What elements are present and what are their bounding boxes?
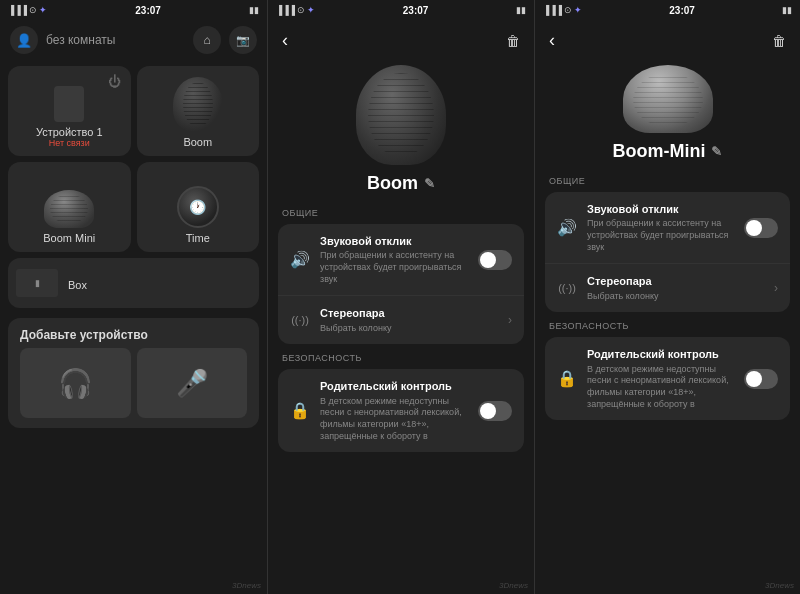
parental-toggle-3[interactable] xyxy=(744,369,778,389)
device1-label: Устройство 1 xyxy=(36,126,103,138)
parental-title-2: Родительский контроль xyxy=(320,379,468,393)
sound-icon-2: 🔊 xyxy=(290,250,310,269)
parental-toggle-2[interactable] xyxy=(478,401,512,421)
lock-icon-3: 🔒 xyxy=(557,369,577,388)
section-label-general-2: ОБЩИЕ xyxy=(268,202,534,221)
sound-feedback-text-3: Звуковой отклик При обращении к ассистен… xyxy=(587,202,734,253)
settings-card-security-2: 🔒 Родительский контроль В детском режиме… xyxy=(278,369,524,452)
boom-shape xyxy=(173,77,223,132)
add-device-images: 🎧 🎤 xyxy=(20,348,247,418)
boom-device-name: Boom ✎ xyxy=(367,173,435,194)
status-time-2: 23:07 xyxy=(403,5,429,16)
settings-row-parental-3[interactable]: 🔒 Родительский контроль В детском режиме… xyxy=(545,337,790,420)
status-left: ▐▐▐ ⊙ ✦ xyxy=(8,5,47,15)
boom-hero-shape xyxy=(356,65,446,165)
panel-boom-mini-detail: ▐▐▐ ⊙ ✦ 23:07 ▮▮ ‹ 🗑 Boom-Mini ✎ ОБЩИЕ 🔊… xyxy=(534,0,800,594)
parental-text-3: Родительский контроль В детском режиме н… xyxy=(587,347,734,410)
camera-icon[interactable]: 📷 xyxy=(229,26,257,54)
power-icon: ⏻ xyxy=(108,74,121,89)
status-right: ▮▮ xyxy=(249,5,259,15)
stereo-desc-3: Выбрать колонку xyxy=(587,291,764,303)
status-bar-2: ▐▐▐ ⊙ ✦ 23:07 ▮▮ xyxy=(268,0,534,20)
home-icon[interactable]: ⌂ xyxy=(193,26,221,54)
boom-mini-label: Boom Mini xyxy=(43,232,95,244)
chevron-icon-2: › xyxy=(508,313,512,327)
status-right-2: ▮▮ xyxy=(516,5,526,15)
status-left-2: ▐▐▐ ⊙ ✦ xyxy=(276,5,315,15)
add-device-img-2[interactable]: 🎤 xyxy=(137,348,248,418)
device-card-boom[interactable]: Boom xyxy=(137,66,260,156)
boom-mini-device-name: Boom-Mini ✎ xyxy=(613,141,723,162)
signal-icon-2: ▐▐▐ xyxy=(276,5,295,15)
boom-label: Boom xyxy=(183,136,212,148)
lock-icon-2: 🔒 xyxy=(290,401,310,420)
room-title: без комнаты xyxy=(46,33,115,47)
signal-icon-3: ▐▐▐ xyxy=(543,5,562,15)
edit-icon-2[interactable]: ✎ xyxy=(424,176,435,191)
settings-row-stereo-2[interactable]: ((·)) Стереопара Выбрать колонку › xyxy=(278,296,524,344)
sound-feedback-toggle-3[interactable] xyxy=(744,218,778,238)
parental-text-2: Родительский контроль В детском режиме н… xyxy=(320,379,468,442)
boom-mini-hero-shape xyxy=(623,65,713,133)
edit-icon-3[interactable]: ✎ xyxy=(711,144,722,159)
back-button-2[interactable]: ‹ xyxy=(282,30,288,51)
panel1-header: 👤 без комнаты ⌂ 📷 xyxy=(0,20,267,60)
sound-icon-3: 🔊 xyxy=(557,218,577,237)
status-bar-3: ▐▐▐ ⊙ ✦ 23:07 ▮▮ xyxy=(535,0,800,20)
device-grid: ⏻ Устройство 1 Нет связи Boom Boom Mini … xyxy=(0,60,267,258)
settings-card-general-2: 🔊 Звуковой отклик При обращении к ассист… xyxy=(278,224,524,344)
settings-row-parental-2[interactable]: 🔒 Родительский контроль В детском режиме… xyxy=(278,369,524,452)
stereo-text-3: Стереопара Выбрать колонку xyxy=(587,274,764,302)
parental-desc-3: В детском режиме недоступны песни с нено… xyxy=(587,364,734,411)
stereo-desc-2: Выбрать колонку xyxy=(320,323,498,335)
section-label-security-3: БЕЗОПАСНОСТЬ xyxy=(535,315,800,334)
delete-button-3[interactable]: 🗑 xyxy=(772,33,786,49)
time-label: Time xyxy=(186,232,210,244)
sound-feedback-title-3: Звуковой отклик xyxy=(587,202,734,216)
settings-row-sound-feedback-3[interactable]: 🔊 Звуковой отклик При обращении к ассист… xyxy=(545,192,790,264)
header-icons: ⌂ 📷 xyxy=(193,26,257,54)
sound-feedback-toggle-2[interactable] xyxy=(478,250,512,270)
wifi-icon-3: ⊙ xyxy=(564,5,572,15)
box-shape: ▮ xyxy=(16,269,58,297)
battery-icon: ▮▮ xyxy=(249,5,259,15)
boom-mini-hero: Boom-Mini ✎ xyxy=(535,55,800,170)
settings-card-general-3: 🔊 Звуковой отклик При обращении к ассист… xyxy=(545,192,790,312)
section-label-general-3: ОБЩИЕ xyxy=(535,170,800,189)
add-device-img-1[interactable]: 🎧 xyxy=(20,348,131,418)
stereo-icon-2: ((·)) xyxy=(290,314,310,326)
status-time-3: 23:07 xyxy=(669,5,695,16)
status-time: 23:07 xyxy=(135,5,161,16)
panel3-header: ‹ 🗑 xyxy=(535,20,800,55)
bluetooth-icon: ✦ xyxy=(39,5,47,15)
box-label: Box xyxy=(68,279,87,291)
profile-icon[interactable]: 👤 xyxy=(10,26,38,54)
battery-icon-2: ▮▮ xyxy=(516,5,526,15)
settings-row-stereo-3[interactable]: ((·)) Стереопара Выбрать колонку › xyxy=(545,264,790,312)
device1-sublabel: Нет связи xyxy=(49,138,90,148)
stereo-text-2: Стереопара Выбрать колонку xyxy=(320,306,498,334)
device1-shape xyxy=(54,86,84,122)
chevron-icon-3: › xyxy=(774,281,778,295)
device-card-boom-mini[interactable]: Boom Mini xyxy=(8,162,131,252)
delete-button-2[interactable]: 🗑 xyxy=(506,33,520,49)
status-left-3: ▐▐▐ ⊙ ✦ xyxy=(543,5,582,15)
device-card-box[interactable]: ▮ Box xyxy=(8,258,259,308)
wifi-icon-2: ⊙ xyxy=(297,5,305,15)
watermark-3: 3Dnews xyxy=(765,581,794,590)
watermark-1: 3Dnews xyxy=(232,581,261,590)
signal-icon: ▐▐▐ xyxy=(8,5,27,15)
settings-card-security-3: 🔒 Родительский контроль В детском режиме… xyxy=(545,337,790,420)
sound-feedback-desc-2: При обращении к ассистенту на устройства… xyxy=(320,250,468,285)
bluetooth-icon-3: ✦ xyxy=(574,5,582,15)
device-card-time[interactable]: 🕐 Time xyxy=(137,162,260,252)
device-card-device1[interactable]: ⏻ Устройство 1 Нет связи xyxy=(8,66,131,156)
sound-feedback-title-2: Звуковой отклик xyxy=(320,234,468,248)
status-bar: ▐▐▐ ⊙ ✦ 23:07 ▮▮ xyxy=(0,0,267,20)
stereo-title-2: Стереопара xyxy=(320,306,498,320)
settings-row-sound-feedback-2[interactable]: 🔊 Звуковой отклик При обращении к ассист… xyxy=(278,224,524,296)
panel2-header: ‹ 🗑 xyxy=(268,20,534,55)
battery-icon-3: ▮▮ xyxy=(782,5,792,15)
parental-desc-2: В детском режиме недоступны песни с нено… xyxy=(320,396,468,443)
back-button-3[interactable]: ‹ xyxy=(549,30,555,51)
